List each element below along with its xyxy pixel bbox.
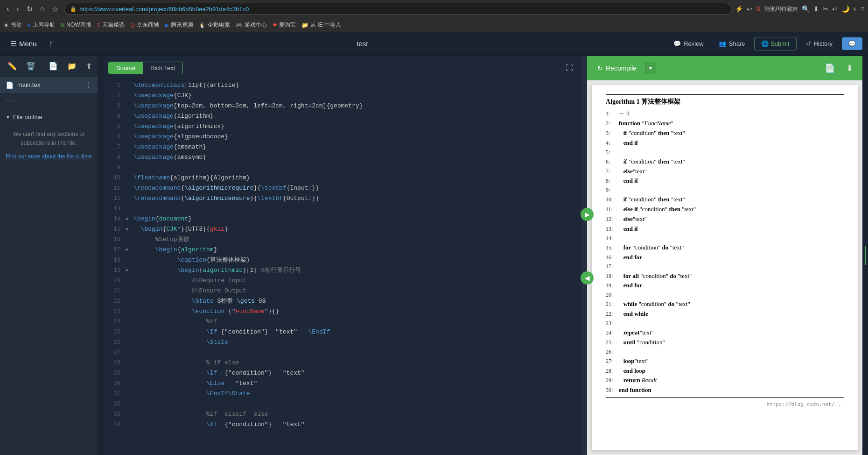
review-label: Review (684, 40, 704, 47)
delete-button[interactable]: 🗑️ (23, 60, 38, 72)
code-line-32: 32 (104, 399, 581, 409)
nav-buttons: ‹ › ↻ ⌂ ☆ (4, 4, 61, 14)
outline-empty-text: We can't find any sections or subsection… (13, 131, 84, 146)
menu-button[interactable]: ☰ Menu (6, 37, 42, 51)
preview-doc-button[interactable]: 📄 (821, 61, 839, 75)
source-tab[interactable]: Source (109, 62, 143, 74)
code-line-7: 7 \usepackage{amsmath} (104, 142, 581, 152)
edit-button[interactable]: ✏️ (5, 60, 20, 72)
submit-button[interactable]: 🌐 Submit (754, 37, 796, 50)
bookmark-star[interactable]: ★ 书签 (4, 21, 22, 29)
refresh-icon: ↩ (747, 5, 752, 13)
home-button[interactable]: ⌂ (37, 4, 48, 14)
profile-icon: S (756, 5, 760, 13)
add-folder-button[interactable]: 📁 (64, 60, 79, 72)
recompile-dropdown-button[interactable]: ▾ (645, 62, 656, 74)
bookmark-nav[interactable]: e 上网导航 (28, 21, 55, 29)
code-line-22: 22 \State $种群 \gets 0$ (104, 296, 581, 306)
chat-button[interactable]: 💬 (842, 37, 862, 50)
right-editor-handle[interactable]: ▶ ◀ (581, 56, 587, 455)
add-file-button[interactable]: 📄 (46, 60, 61, 72)
night-icon[interactable]: 🌙 (841, 5, 849, 13)
share-button[interactable]: 👥 Share (713, 37, 751, 50)
outline-link[interactable]: Find out more about the file outline (6, 153, 92, 160)
back-button[interactable]: ‹ (4, 4, 12, 14)
review-button[interactable]: 💬 Review (668, 37, 709, 50)
source-rich-tabs: Source Rich Text (108, 62, 183, 74)
bookmark-tencent[interactable]: ▶ 腾讯视频 (165, 21, 193, 29)
tools-icon[interactable]: ✂ (823, 5, 828, 13)
bookmark-jd[interactable]: ◎ 京东商城 (130, 21, 159, 29)
add-tab-icon[interactable]: + (853, 5, 857, 13)
search-icon[interactable]: 🔍 (802, 5, 810, 13)
upload-button[interactable]: ⬆ (83, 60, 95, 72)
esport-icon: 🐧 (199, 22, 206, 28)
algo-line-2: 2: function "FuncName" (606, 119, 844, 128)
code-line-14: 14 ▶ \begin{document} (104, 214, 581, 224)
code-line-4: 4 \usepackage{algorithm} (104, 111, 581, 121)
code-line-12: 12 \renewcommand{\algorithmicensure}{\te… (104, 193, 581, 204)
far-right-handle[interactable] (862, 56, 868, 455)
code-line-19: 19 ▶ \begin{algorithmic}[1] %每行显示行号 (104, 265, 581, 276)
algo-line-10: 10: if "condition" then "text" (606, 195, 844, 205)
recompile-label: Recompile (606, 64, 637, 72)
refresh-button[interactable]: ↻ (24, 4, 35, 14)
main-tex-file[interactable]: 📄 main.tex ⋮ (0, 77, 98, 93)
algo-title-cn: 算法整体框架 (641, 98, 680, 105)
game-icon: 🎮 (236, 22, 243, 28)
preview-download-button[interactable]: ⬇ (842, 61, 857, 75)
jd-icon: ◎ (130, 22, 135, 28)
bookmark-esport[interactable]: 🐧 企鹅电竞 (199, 21, 230, 29)
bookmark-taobao[interactable]: ❤ 爱淘宝 (273, 21, 296, 29)
bookmark-ie[interactable]: 📁 从 IE 中导入 (301, 21, 341, 29)
tex-file-icon: 📄 (6, 81, 14, 89)
bookmark-label: 天猫精选 (102, 21, 125, 29)
code-line-29: 29 \If {"condition"} "text" (104, 368, 581, 378)
url-display: https://www.overleaf.com/project/60bb6b5… (79, 6, 249, 13)
download-icon[interactable]: ⬇ (813, 5, 819, 13)
code-editor[interactable]: 1 \documentclass[11pt]{article} 2 \usepa… (104, 80, 581, 455)
bookmark-label: 京东商城 (137, 21, 159, 29)
bookmark-now[interactable]: N NOW直播 (61, 21, 91, 29)
file-options-button[interactable]: ⋮ (84, 80, 92, 89)
preview-url-hint: https://blog.csdn.net/... (606, 401, 844, 407)
algo-line-12: 12: else"text" (606, 214, 844, 224)
bookmark-label: NOW直播 (66, 21, 91, 29)
menu-icon[interactable]: ≡ (861, 5, 864, 13)
code-line-17: 17 ▶ \begin{algorithm} (104, 245, 581, 255)
recompile-button[interactable]: ↻ Recompile (593, 62, 641, 75)
review-icon: 💬 (673, 40, 681, 47)
algo-line-19: 19: end for (606, 281, 844, 291)
star-button[interactable]: ☆ (49, 4, 61, 14)
fullscreen-button[interactable]: ⛶ (562, 62, 577, 74)
bookmark-label: 从 IE 中导入 (310, 21, 341, 29)
rich-text-tab[interactable]: Rich Text (143, 62, 182, 74)
expand-right-button[interactable]: ▶ (581, 208, 594, 221)
code-line-9: 9 (104, 163, 581, 173)
bookmark-tmall[interactable]: T 天猫精选 (97, 21, 125, 29)
code-line-27: 27 (104, 348, 581, 358)
bookmark-game[interactable]: 🎮 游戏中心 (236, 21, 267, 29)
algo-line-8: 8: end if (606, 176, 844, 186)
address-bar[interactable]: 🔒 https://www.overleaf.com/project/60bb6… (64, 3, 732, 15)
history-button[interactable]: ↺ History (800, 37, 838, 50)
n-icon: N (61, 22, 65, 28)
up-button[interactable]: ↑ (45, 37, 57, 50)
algo-line-17: 17: (606, 262, 844, 271)
code-line-33: 33 %if elseif else (104, 409, 581, 419)
code-line-3: 3 \usepackage[top=2cm, bottom=2cm, left=… (104, 101, 581, 111)
forward-button[interactable]: › (14, 4, 21, 14)
collapse-left-button[interactable]: ◀ (581, 271, 594, 284)
left-collapse-handle[interactable]: · · · (98, 56, 104, 455)
code-line-25: 25 \If {"condition"} "text" \EndIf (104, 327, 581, 337)
undo-icon[interactable]: ↩ (832, 5, 838, 13)
algo-body: 1: ← 0 2: function "FuncName" 3: if "con… (606, 109, 844, 398)
taobao-icon: ❤ (273, 22, 277, 28)
outline-header[interactable]: ▼ File outline (6, 112, 92, 122)
lightning-icon: ⚡ (735, 5, 743, 13)
code-line-5: 5 \usepackage{algorithmicx} (104, 121, 581, 132)
algo-line-21: 21: while "condition" do "text" (606, 299, 844, 309)
code-line-10: 10 \floatname{algorithm}{Algorithm} (104, 173, 581, 183)
code-line-31: 31 \EndIf\State (104, 389, 581, 399)
algo-line-27: 27: loop"text" (606, 356, 844, 366)
